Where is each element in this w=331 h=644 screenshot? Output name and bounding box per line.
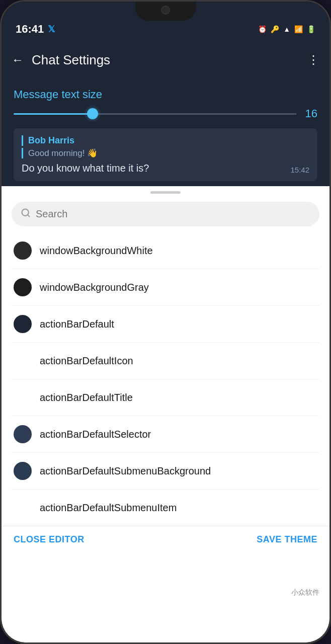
list-item[interactable]: actionBarDefaultSubmenuItem <box>12 490 319 526</box>
vpn-icon: 🔑 <box>271 25 279 33</box>
chat-preview: Bob Harris Good morning! 👋 Do you know w… <box>14 128 317 181</box>
list-item[interactable]: actionBarDefaultTitle <box>12 379 319 416</box>
front-camera <box>161 6 170 15</box>
search-box[interactable] <box>12 202 319 226</box>
phone-screen: 16:41 𝕏 ⏰ 🔑 ▲ 📶 🔋 ← Chat Settings ⋮ Mess… <box>2 2 329 642</box>
chat-message-time: 15:42 <box>290 166 309 174</box>
save-theme-button[interactable]: SAVE THEME <box>257 534 317 545</box>
wifi-icon: ▲ <box>283 25 290 33</box>
main-content: Message text size 16 Bob Harris <box>2 78 329 642</box>
chat-sender-name: Bob Harris <box>22 135 309 146</box>
message-text-size-label: Message text size <box>14 88 317 101</box>
message-text-size-setting: Message text size 16 <box>2 78 329 128</box>
theme-editor-sheet: windowBackgroundWhite windowBackgroundGr… <box>2 194 329 642</box>
close-editor-button[interactable]: CLOSE EDITOR <box>14 534 85 545</box>
color-swatch <box>14 425 32 443</box>
notch <box>135 2 196 21</box>
color-swatch <box>14 315 32 333</box>
theme-item-name: actionBarDefaultTitle <box>40 392 317 404</box>
page-title: Chat Settings <box>32 52 299 68</box>
drag-handle-area[interactable] <box>2 186 329 194</box>
dark-settings-section: Message text size 16 Bob Harris <box>2 78 329 186</box>
theme-item-name: windowBackgroundGray <box>40 282 317 293</box>
watermark: 小众软件 <box>291 588 319 597</box>
list-item[interactable]: actionBarDefaultSelector <box>12 416 319 453</box>
svg-line-1 <box>28 215 30 217</box>
slider-track-empty <box>93 113 296 115</box>
slider-track-fill <box>14 113 296 115</box>
more-options-button[interactable]: ⋮ <box>307 53 319 67</box>
slider-value-display: 16 <box>302 107 317 120</box>
search-input[interactable] <box>36 208 310 220</box>
list-item[interactable]: actionBarDefault <box>12 306 319 343</box>
text-size-slider[interactable] <box>14 109 296 119</box>
app-bar: ← Chat Settings ⋮ <box>2 42 329 78</box>
back-button[interactable]: ← <box>12 53 24 67</box>
twitter-icon: 𝕏 <box>48 24 55 35</box>
status-time-group: 16:41 𝕏 <box>16 23 55 36</box>
chat-message-text: Do you know what time it is? <box>22 163 149 174</box>
chat-message-row: Do you know what time it is? 15:42 <box>22 163 309 174</box>
color-swatch <box>14 242 32 260</box>
sheet-footer: CLOSE EDITOR SAVE THEME <box>2 526 329 553</box>
theme-item-name: actionBarDefaultSubmenuItem <box>40 502 317 514</box>
theme-item-name: actionBarDefault <box>40 318 317 330</box>
slider-row: 16 <box>14 107 317 120</box>
time-display: 16:41 <box>16 23 44 36</box>
search-container <box>2 194 329 232</box>
list-item[interactable]: actionBarDefaultSubmenuBackground <box>12 453 319 490</box>
list-item[interactable]: actionBarDefaultIcon <box>12 343 319 379</box>
empty-swatch <box>14 499 32 517</box>
empty-swatch <box>14 388 32 407</box>
list-item[interactable]: windowBackgroundGray <box>12 269 319 306</box>
empty-swatch <box>14 352 32 370</box>
status-icons: ⏰ 🔑 ▲ 📶 🔋 <box>258 25 315 33</box>
signal-icon: 📶 <box>294 25 303 33</box>
theme-item-name: actionBarDefaultSelector <box>40 429 317 440</box>
phone-frame: 16:41 𝕏 ⏰ 🔑 ▲ 📶 🔋 ← Chat Settings ⋮ Mess… <box>0 0 331 644</box>
theme-item-name: actionBarDefaultSubmenuBackground <box>40 465 317 477</box>
list-item[interactable]: windowBackgroundWhite <box>12 232 319 269</box>
chat-quoted-text: Good morning! 👋 <box>22 148 309 158</box>
color-swatch <box>14 278 32 296</box>
theme-item-name: windowBackgroundWhite <box>40 245 317 257</box>
alarm-icon: ⏰ <box>258 25 267 33</box>
color-swatch <box>14 462 32 480</box>
battery-icon: 🔋 <box>307 25 315 33</box>
theme-item-name: actionBarDefaultIcon <box>40 355 317 367</box>
slider-thumb[interactable] <box>87 108 98 119</box>
search-icon <box>21 208 31 220</box>
theme-items-list: windowBackgroundWhite windowBackgroundGr… <box>2 232 329 526</box>
